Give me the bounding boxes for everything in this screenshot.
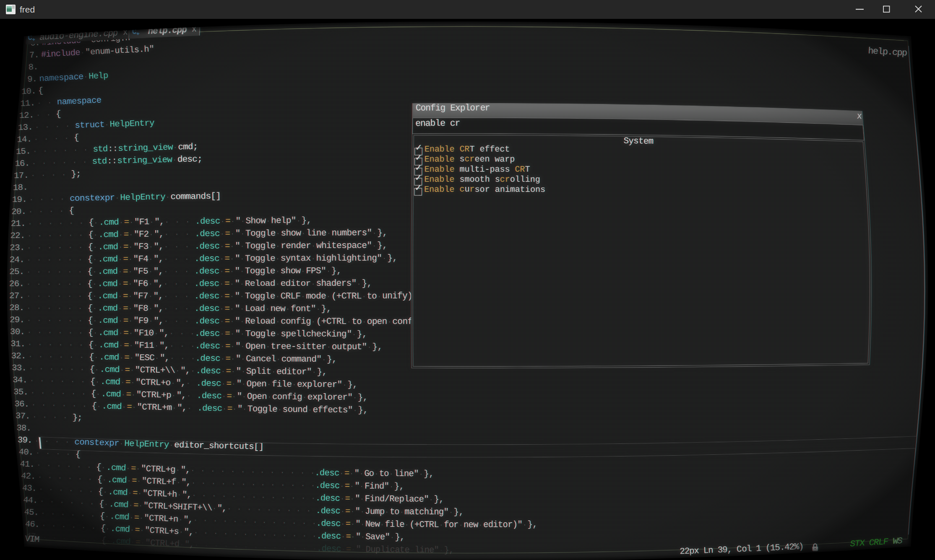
svg-text:fred: fred — [20, 5, 35, 14]
